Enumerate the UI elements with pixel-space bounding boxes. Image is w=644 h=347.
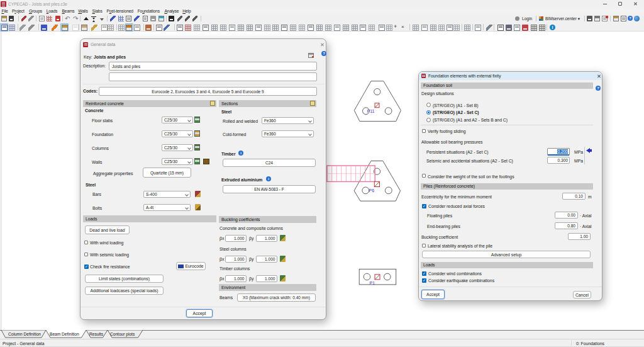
svg-text:P11: P11 <box>367 109 375 113</box>
svg-text:P1: P1 <box>370 281 375 285</box>
svg-text:P6: P6 <box>369 188 375 193</box>
